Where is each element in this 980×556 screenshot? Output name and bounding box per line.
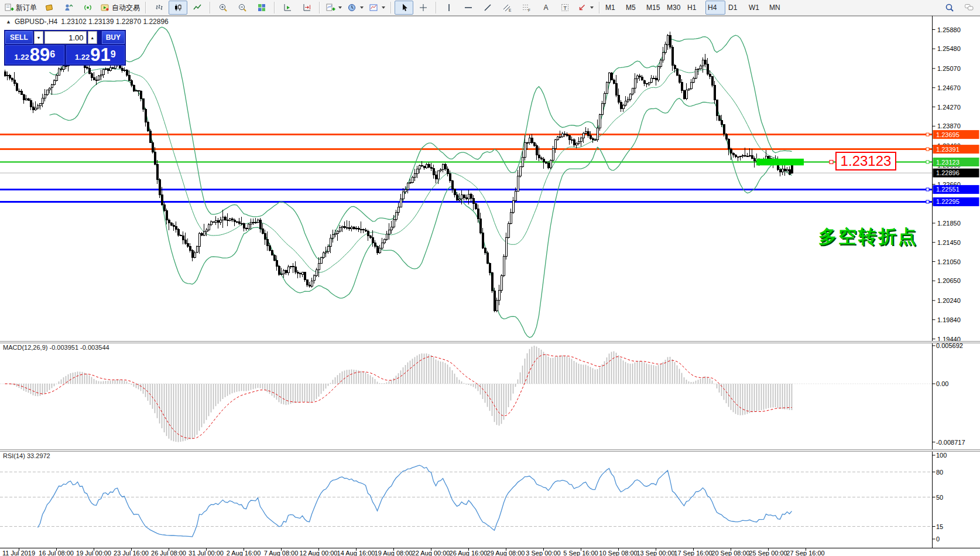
candle — [348, 227, 350, 228]
candle — [241, 224, 242, 224]
dropdown-caret-icon[interactable] — [360, 6, 364, 9]
tf-m5-label: M5 — [626, 4, 641, 12]
price-callout-label[interactable]: 1.23123 — [835, 152, 896, 170]
macd-pane-splitter[interactable] — [0, 341, 980, 343]
candle — [93, 78, 95, 80]
toolbar-separator — [210, 2, 211, 13]
zoom-out-button[interactable] — [233, 1, 252, 15]
candle — [175, 226, 177, 230]
text-button[interactable]: A — [536, 1, 555, 15]
price-axis[interactable] — [932, 16, 980, 548]
templates-button[interactable] — [366, 1, 388, 15]
fibonacci-button[interactable]: F — [517, 1, 536, 15]
cursor-icon — [399, 3, 409, 12]
candle — [231, 219, 233, 220]
chart-candles-button[interactable] — [169, 1, 187, 15]
candle — [454, 189, 455, 195]
rsi-pane-splitter[interactable] — [0, 449, 980, 452]
candle — [444, 165, 446, 169]
tf-m5-button[interactable]: M5 — [623, 1, 643, 15]
crosshair-button[interactable] — [414, 1, 433, 15]
dropdown-caret-icon[interactable] — [590, 6, 594, 9]
equidistant-channel-button[interactable]: E — [498, 1, 516, 15]
candle — [582, 134, 584, 138]
chat-button[interactable] — [960, 1, 978, 15]
vertical-line-icon — [444, 3, 454, 12]
periods-button[interactable] — [345, 1, 366, 15]
auto-scroll-button[interactable] — [278, 1, 297, 15]
chart-annotation-text[interactable]: 多空转折点 — [818, 224, 918, 249]
market-watch-button[interactable] — [59, 1, 78, 15]
candle — [339, 228, 341, 231]
candle — [287, 267, 289, 273]
tile-windows-button[interactable] — [252, 1, 271, 15]
candle — [742, 155, 743, 156]
profiles-button[interactable] — [40, 1, 59, 15]
buy-button[interactable]: BUY — [102, 31, 125, 44]
candle — [648, 83, 650, 84]
candle — [222, 217, 224, 220]
chart-canvas[interactable]: 1.258801.254801.250701.246701.242701.238… — [0, 16, 980, 556]
volume-input[interactable]: 1.00 — [44, 31, 87, 44]
tf-w1-button[interactable]: W1 — [746, 1, 766, 15]
vertical-line-button[interactable] — [440, 1, 458, 15]
zoom-in-button[interactable] — [214, 1, 232, 15]
search-button[interactable] — [940, 1, 959, 15]
candle — [215, 220, 217, 222]
tf-m30-button[interactable]: M30 — [664, 1, 684, 15]
buy-price-button[interactable]: 1.22 91 9 — [66, 45, 125, 64]
trend-line-button[interactable] — [478, 1, 497, 15]
candle — [126, 70, 128, 76]
indicators-add-icon — [325, 3, 335, 12]
collapse-quote-icon[interactable]: ▲ — [6, 19, 11, 25]
toolbar-separator — [436, 2, 437, 13]
indicators-add-button[interactable] — [323, 1, 344, 15]
candle — [613, 80, 615, 83]
candle — [306, 279, 308, 285]
arrows-button[interactable] — [575, 1, 596, 15]
sell-price-sup: 6 — [50, 46, 55, 63]
dropdown-caret-icon[interactable] — [338, 6, 342, 9]
auto-trading-button[interactable]: 自动交易 — [98, 1, 142, 15]
tf-mn-button[interactable]: MN — [767, 1, 787, 15]
candle — [585, 131, 587, 133]
tf-m1-button[interactable]: M1 — [603, 1, 623, 15]
candle — [646, 84, 647, 84]
candle — [739, 156, 741, 157]
candle — [442, 165, 444, 170]
tf-h4-button[interactable]: H4 — [705, 1, 725, 15]
volume-increase-button[interactable]: ▲ — [88, 31, 97, 44]
toolbar-separator — [274, 2, 275, 13]
candle — [597, 128, 598, 139]
tf-m15-button[interactable]: M15 — [644, 1, 664, 15]
candle — [217, 220, 219, 222]
text-label-button[interactable]: T — [556, 1, 574, 15]
candle — [568, 136, 570, 140]
candle — [131, 80, 132, 85]
sell-button[interactable]: SELL — [5, 31, 33, 44]
new-order-button[interactable]: 新订单 — [2, 1, 39, 15]
zoom-out-icon — [238, 3, 248, 12]
chart-shift-button[interactable] — [297, 1, 316, 15]
templates-icon — [369, 3, 379, 12]
dropdown-caret-icon[interactable] — [382, 6, 385, 9]
horizontal-line-button[interactable] — [459, 1, 478, 15]
chart-symbol-header[interactable]: ▲ GBPUSD-,H4 1.23102 1.23139 1.22870 1.2… — [6, 18, 169, 26]
sell-price-button[interactable]: 1.22 89 6 — [5, 45, 64, 64]
chart-line-button[interactable] — [188, 1, 207, 15]
chart-bars-button[interactable] — [149, 1, 168, 15]
candle — [194, 253, 196, 257]
volume-decrease-button[interactable]: ▼ — [34, 31, 43, 44]
candle — [679, 76, 680, 83]
tf-d1-button[interactable]: D1 — [726, 1, 746, 15]
candle — [540, 158, 542, 159]
signal-button[interactable] — [78, 1, 97, 15]
time-axis[interactable] — [0, 548, 980, 556]
tf-h1-button[interactable]: H1 — [685, 1, 705, 15]
candle — [590, 136, 591, 139]
cursor-button[interactable] — [395, 1, 413, 15]
chart-candles-icon — [173, 3, 183, 12]
candle — [11, 78, 13, 80]
candle — [334, 233, 336, 234]
candle — [426, 165, 427, 168]
